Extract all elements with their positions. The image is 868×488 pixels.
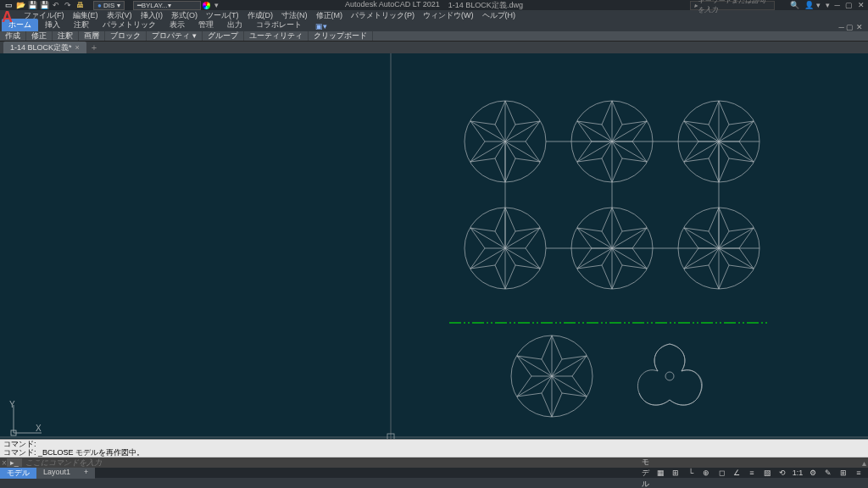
file-tab-active[interactable]: 1-14 BLOCK定義* × [3, 42, 86, 54]
redo-icon[interactable]: ↷ [63, 0, 73, 10]
file-tab-label: 1-14 BLOCK定義* [10, 42, 72, 53]
model-space-button[interactable]: モデル [639, 457, 651, 489]
layer-dropdown-1[interactable]: ● DIS ▾ [93, 1, 125, 10]
quick-access-toolbar: ▭ 📂 💾 💾 ↶ ↷ 🖶 ● DIS ▾ ━ BYLAY... ▾ ▾ [0, 0, 222, 10]
menu-help[interactable]: ヘルプ(H) [482, 10, 516, 21]
menu-param[interactable]: パラメトリック(P) [351, 10, 415, 21]
panel-modify[interactable]: 修正 [26, 31, 53, 41]
tab-annotate[interactable]: 注釈 [67, 19, 96, 31]
ribbon-panels: 作成 修正 注釈 画層 ブロック プロパティ ▾ グループ ユーティリティ クリ… [0, 31, 868, 42]
save-icon[interactable]: 💾 [27, 0, 37, 10]
svg-text:X: X [36, 424, 42, 433]
minimize-button[interactable]: ─ [835, 1, 840, 9]
open-icon[interactable]: 📂 [15, 0, 25, 10]
tab-parametric[interactable]: パラメトリック [96, 19, 163, 31]
add-layout-button[interactable]: + [77, 468, 95, 479]
otrack-icon[interactable]: ∠ [731, 469, 743, 477]
tab-model[interactable]: モデル [0, 468, 36, 479]
menu-window[interactable]: ウィンドウ(W) [423, 10, 474, 21]
status-toggles: モデル ▦ ⊞ └ ⊕ ◻ ∠ ≡ ▧ ⟲ 1:1 ⚙ ✎ ⊞ ≡ [639, 457, 868, 489]
panel-group[interactable]: グループ [203, 31, 244, 41]
doc-min-button[interactable]: ─ ▢ ✕ [839, 23, 868, 31]
layout-tabs: モデル Layout1 + [0, 468, 95, 479]
tab-insert[interactable]: 挿入 [38, 19, 67, 31]
title-bar: ▭ 📂 💾 💾 ↶ ↷ 🖶 ● DIS ▾ ━ BYLAY... ▾ ▾ Aut… [0, 0, 868, 10]
menu-modify[interactable]: 修正(M) [316, 10, 343, 21]
anno-scale[interactable]: 1:1 [792, 469, 804, 477]
drawing-canvas[interactable]: Y X [0, 53, 868, 439]
transparency-icon[interactable]: ▧ [761, 469, 773, 477]
panel-clip[interactable]: クリップボード [309, 31, 373, 41]
polar-icon[interactable]: ⊕ [700, 469, 712, 477]
file-tabs: 1-14 BLOCK定義* × + [0, 42, 868, 53]
osnap-icon[interactable]: ◻ [715, 469, 727, 477]
status-bar: モデル Layout1 + モデル ▦ ⊞ └ ⊕ ◻ ∠ ≡ ▧ ⟲ 1:1 … [0, 468, 868, 478]
maximize-button[interactable]: ▢ [845, 1, 853, 9]
close-icon[interactable]: × [75, 43, 80, 52]
drawing-content: Y X [0, 53, 868, 439]
anno-icon[interactable]: ✎ [822, 469, 834, 477]
saveas-icon[interactable]: 💾 [39, 0, 49, 10]
help-icon[interactable]: ▾ [826, 1, 830, 9]
command-history-1: コマンド: [0, 440, 868, 448]
svg-text:Y: Y [9, 400, 15, 409]
ucs-icon: Y X [9, 400, 42, 435]
search-input[interactable]: ▸ キーワードまたは語句を入力 [690, 1, 775, 10]
undo-icon[interactable]: ↶ [51, 0, 61, 10]
search-icon[interactable]: 🔍 [790, 1, 799, 9]
lineweight-icon[interactable]: ≡ [746, 469, 758, 477]
command-area: コマンド: コマンド: _BCLOSE モデルを再作図中。 [0, 439, 868, 458]
panel-block[interactable]: ブロック [105, 31, 147, 41]
snap-icon[interactable]: ⊞ [670, 469, 682, 477]
customize-icon[interactable]: ≡ [853, 469, 865, 477]
title-text: Autodesk AutoCAD LT 20211-14 BLOCK定義.dwg [345, 0, 523, 11]
panel-prop[interactable]: プロパティ ▾ [147, 31, 203, 41]
tab-output[interactable]: 出力 [220, 19, 249, 31]
tab-layout1[interactable]: Layout1 [36, 468, 77, 479]
grid-icon[interactable]: ▦ [654, 469, 666, 477]
command-prompt: ▸_ [7, 458, 22, 467]
workspace-icon[interactable]: ⚙ [807, 469, 819, 477]
cycling-icon[interactable]: ⟲ [776, 469, 788, 477]
app-logo: A [2, 8, 13, 26]
title-controls: 🔍 👤 ▾ ▾ ─ ▢ ✕ [790, 1, 865, 9]
add-tab-button[interactable]: + [92, 42, 97, 53]
panel-draw[interactable]: 作成 [0, 31, 26, 41]
command-history-2: コマンド: _BCLOSE モデルを再作図中。 [0, 448, 868, 457]
color-swatch-icon[interactable] [203, 2, 210, 9]
tab-collab[interactable]: コラボレート [249, 19, 309, 31]
panel-annot[interactable]: 注釈 [53, 31, 79, 41]
panel-layers[interactable]: 画層 [79, 31, 105, 41]
panel-util[interactable]: ユーティリティ [244, 31, 309, 41]
tab-manage[interactable]: 管理 [192, 19, 220, 31]
qat-dropdown-icon[interactable]: ▾ [212, 0, 222, 10]
signin-icon[interactable]: 👤 ▾ [804, 1, 821, 9]
ortho-icon[interactable]: └ [685, 469, 697, 477]
tab-view[interactable]: 表示 [163, 19, 192, 31]
layer-dropdown-2[interactable]: ━ BYLAY... ▾ [133, 1, 201, 10]
close-button[interactable]: ✕ [858, 1, 865, 9]
print-icon[interactable]: 🖶 [75, 0, 85, 10]
units-icon[interactable]: ⊞ [837, 469, 849, 477]
